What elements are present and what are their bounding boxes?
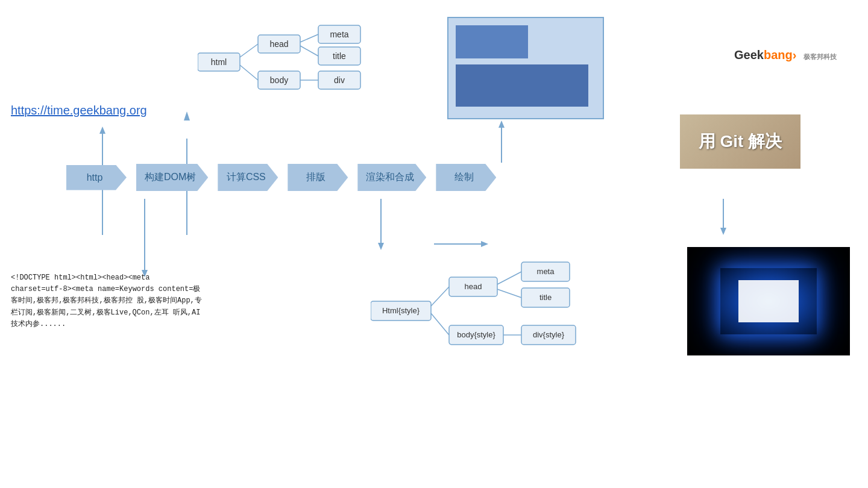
svg-line-29: [240, 65, 258, 80]
svg-line-47: [497, 272, 521, 284]
svg-text:Html{style}: Html{style}: [382, 306, 420, 315]
geek-text: Geek: [734, 48, 764, 61]
svg-text:html: html: [211, 57, 227, 67]
layout-block-top: [456, 25, 528, 58]
arrow-text: ›: [793, 48, 797, 61]
svg-line-45: [431, 287, 449, 306]
svg-text:title: title: [539, 293, 552, 302]
svg-marker-9: [498, 120, 505, 128]
svg-marker-7: [378, 243, 384, 250]
svg-marker-15: [481, 241, 488, 247]
svg-text:div{style}: div{style}: [533, 330, 565, 339]
pipeline: http 构建DOM树 计算CSS 排版 渲染和合成 绘制: [66, 164, 496, 191]
dom-tree-1-svg: html head body meta title div: [198, 24, 379, 108]
geekbang-book: 用 Git 解决: [680, 114, 800, 169]
svg-line-31: [300, 46, 318, 56]
laptop-image: [687, 247, 850, 355]
svg-text:meta: meta: [537, 267, 555, 276]
url-text: https://time.geekbang.org: [11, 104, 147, 117]
svg-marker-13: [720, 228, 726, 235]
layout-visual: [447, 17, 604, 119]
svg-line-28: [240, 44, 258, 57]
svg-text:head: head: [465, 282, 482, 291]
svg-marker-1: [99, 127, 105, 134]
step-layout: 排版: [288, 164, 348, 191]
dom-tree-2-svg: Html{style} head body{style} meta title …: [371, 259, 600, 361]
dom-tree-2: Html{style} head body{style} meta title …: [371, 259, 600, 364]
svg-text:meta: meta: [330, 30, 348, 39]
svg-text:body: body: [270, 75, 288, 85]
svg-text:title: title: [333, 51, 346, 61]
laptop-screen: [720, 268, 817, 334]
subtitle-text: 极客邦科技: [804, 53, 837, 60]
step-http: http: [66, 165, 127, 190]
svg-marker-3: [184, 111, 190, 120]
svg-text:body{style}: body{style}: [457, 330, 495, 339]
dom-tree-1: html head body meta title div: [198, 24, 379, 111]
code-block: <!DOCTYPE html><html><head><meta charset…: [11, 272, 204, 330]
step-paint: 绘制: [436, 164, 496, 191]
step-render: 渲染和合成: [357, 164, 426, 191]
step-css: 计算CSS: [218, 164, 278, 191]
svg-text:head: head: [269, 39, 288, 49]
geekbang-area: Geekbang› 极客邦科技 用 Git 解决: [734, 48, 837, 64]
layout-block-bottom: [456, 64, 588, 107]
svg-line-48: [497, 289, 521, 298]
geekbang-logo: Geekbang› 极客邦科技: [734, 48, 837, 62]
book-title: 用 Git 解决: [699, 130, 782, 153]
svg-line-30: [300, 34, 318, 42]
arrows-canvas: [0, 0, 868, 488]
step-dom: 构建DOM树: [136, 164, 208, 191]
laptop-screen-content: [738, 280, 799, 322]
bang-text: bang: [764, 48, 793, 61]
svg-line-46: [431, 313, 449, 335]
svg-text:div: div: [334, 75, 345, 85]
